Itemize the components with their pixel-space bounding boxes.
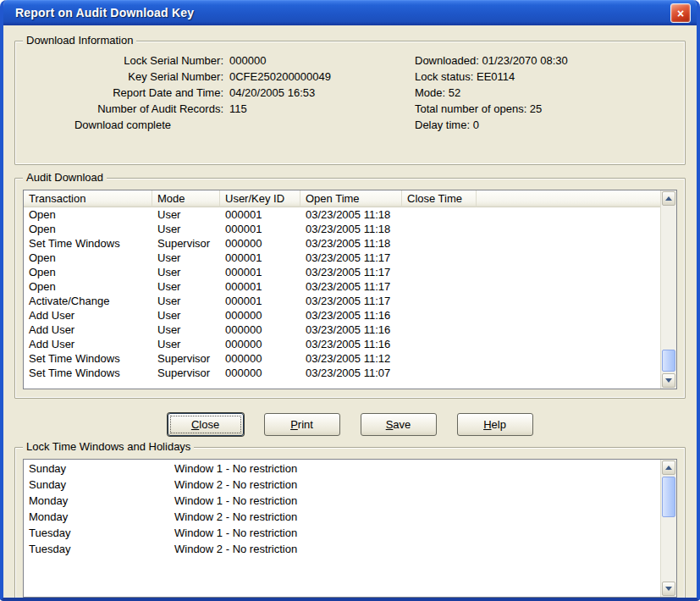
- list-item[interactable]: MondayWindow 1 - No restriction: [24, 493, 660, 509]
- column-header[interactable]: Open Time: [300, 190, 402, 207]
- table-cell: Set Time Windows: [24, 236, 152, 251]
- help-button[interactable]: Help: [457, 413, 533, 436]
- scroll-up-button[interactable]: [662, 191, 675, 206]
- table-row[interactable]: Add UserUser00000003/23/2005 11:16: [24, 337, 660, 351]
- table-cell: [402, 207, 477, 222]
- table-cell: User: [152, 279, 220, 294]
- audit-table-header: TransactionModeUser/Key IDOpen TimeClose…: [24, 190, 660, 207]
- list-item[interactable]: TuesdayWindow 1 - No restriction: [24, 525, 660, 541]
- table-cell: [402, 366, 477, 380]
- table-cell: [402, 222, 477, 236]
- table-cell: 000001: [220, 251, 300, 265]
- scroll-up-button[interactable]: [662, 460, 675, 475]
- audit-download-title: Audit Download: [23, 171, 107, 184]
- table-cell: User: [152, 308, 220, 323]
- info-field-row: Number of Audit Records:115: [22, 101, 405, 117]
- close-button[interactable]: Close: [168, 413, 244, 436]
- scroll-down-button[interactable]: [662, 373, 675, 388]
- table-cell: 03/23/2005 11:16: [300, 308, 402, 323]
- table-row[interactable]: Set Time WindowsSupervisor00000003/23/20…: [24, 351, 660, 366]
- table-row[interactable]: Activate/ChangeUser00000103/23/2005 11:1…: [24, 294, 660, 308]
- window-cell: Window 1 - No restriction: [174, 525, 297, 541]
- field-value: 115: [229, 101, 247, 117]
- table-cell: 03/23/2005 11:18: [300, 222, 402, 236]
- table-cell: 000000: [220, 308, 300, 323]
- window-cell: Window 1 - No restriction: [174, 460, 297, 477]
- title-bar[interactable]: Report on Audit Download Key ×: [3, 0, 697, 25]
- field-value: 04/20/2005 16:53: [229, 85, 315, 101]
- column-header[interactable]: Transaction: [24, 190, 152, 207]
- table-cell: 000001: [220, 265, 300, 279]
- audit-table[interactable]: TransactionModeUser/Key IDOpen TimeClose…: [23, 190, 677, 389]
- table-cell: [402, 308, 477, 323]
- arrow-down-icon: [665, 587, 672, 591]
- save-button-label: Save: [364, 416, 433, 433]
- table-cell: User: [152, 222, 220, 236]
- scroll-down-button[interactable]: [662, 582, 675, 596]
- lock-time-list[interactable]: SundayWindow 1 - No restrictionSundayWin…: [23, 459, 677, 598]
- table-cell: 03/23/2005 11:17: [300, 251, 402, 265]
- lock-time-list-body: SundayWindow 1 - No restrictionSundayWin…: [24, 460, 660, 596]
- table-row[interactable]: Add UserUser00000003/23/2005 11:16: [24, 308, 660, 323]
- field-label: Lock Serial Number:: [22, 52, 223, 69]
- table-row[interactable]: Set Time WindowsSupervisor00000003/23/20…: [24, 236, 660, 251]
- close-window-button[interactable]: ×: [670, 3, 691, 23]
- table-cell: Supervisor: [152, 366, 220, 380]
- table-row[interactable]: OpenUser00000103/23/2005 11:17: [24, 265, 660, 279]
- dialog-content: Download Information Lock Serial Number:…: [3, 25, 697, 601]
- download-information-title: Download Information: [23, 34, 136, 47]
- table-cell: 000001: [220, 279, 300, 294]
- table-cell: 000000: [220, 236, 300, 251]
- table-row[interactable]: OpenUser00000103/23/2005 11:17: [24, 251, 660, 265]
- column-header[interactable]: Mode: [152, 190, 220, 207]
- info-field-row: Key Serial Number:0CFE250200000049: [22, 69, 405, 85]
- table-cell: [402, 279, 477, 294]
- table-cell: [402, 323, 477, 337]
- field-label: Key Serial Number:: [22, 69, 223, 85]
- field-label: Number of Audit Records:: [22, 101, 223, 117]
- table-cell: [402, 236, 477, 251]
- table-cell: User: [152, 265, 220, 279]
- info-field: Lock status: EE0114: [415, 69, 676, 85]
- list-item[interactable]: SundayWindow 1 - No restriction: [24, 460, 660, 477]
- table-cell: Supervisor: [152, 351, 220, 366]
- table-row[interactable]: Set Time WindowsSupervisor00000003/23/20…: [24, 366, 660, 380]
- save-button[interactable]: Save: [361, 413, 437, 436]
- audit-table-scrollbar[interactable]: [660, 190, 676, 389]
- table-cell: 03/23/2005 11:16: [300, 337, 402, 351]
- download-information-columns: Lock Serial Number:000000Key Serial Numb…: [22, 52, 676, 133]
- column-header[interactable]: Close Time: [402, 190, 477, 207]
- table-cell: 000000: [220, 323, 300, 337]
- scrollbar-thumb[interactable]: [662, 350, 675, 372]
- table-cell: 000001: [220, 207, 300, 222]
- table-row[interactable]: OpenUser00000103/23/2005 11:17: [24, 279, 660, 294]
- list-item[interactable]: SundayWindow 2 - No restriction: [24, 477, 660, 493]
- table-row[interactable]: OpenUser00000103/23/2005 11:18: [24, 222, 660, 236]
- table-cell: 000000: [220, 366, 300, 380]
- table-row[interactable]: Add UserUser00000003/23/2005 11:16: [24, 323, 660, 337]
- lock-time-list-scrollbar[interactable]: [660, 460, 676, 597]
- list-item[interactable]: TuesdayWindow 2 - No restriction: [24, 541, 660, 557]
- window-cell: Window 2 - No restriction: [174, 541, 297, 557]
- info-field-row: Report Date and Time:04/20/2005 16:53: [22, 85, 405, 101]
- table-row[interactable]: OpenUser00000103/23/2005 11:18: [24, 207, 660, 222]
- table-cell: [402, 294, 477, 308]
- table-cell: Set Time Windows: [24, 366, 152, 380]
- column-header-filler: [477, 190, 660, 207]
- info-field: Mode: 52: [415, 85, 676, 101]
- scrollbar-thumb[interactable]: [662, 477, 675, 517]
- day-cell: Sunday: [24, 460, 174, 477]
- download-information-group: Download Information Lock Serial Number:…: [14, 41, 686, 165]
- print-button[interactable]: Print: [264, 413, 340, 436]
- lock-time-windows-title: Lock Time Windows and Holidays: [23, 440, 194, 453]
- column-header[interactable]: User/Key ID: [220, 190, 300, 207]
- table-cell: Set Time Windows: [24, 351, 152, 366]
- info-left-column: Lock Serial Number:000000Key Serial Numb…: [22, 52, 405, 133]
- table-cell: 03/23/2005 11:12: [300, 351, 402, 366]
- table-cell: 03/23/2005 11:16: [300, 323, 402, 337]
- list-item[interactable]: MondayWindow 2 - No restriction: [24, 509, 660, 525]
- table-cell: [402, 251, 477, 265]
- table-cell: 000001: [220, 294, 300, 308]
- close-button-label: Close: [171, 416, 240, 433]
- table-cell: 000000: [220, 351, 300, 366]
